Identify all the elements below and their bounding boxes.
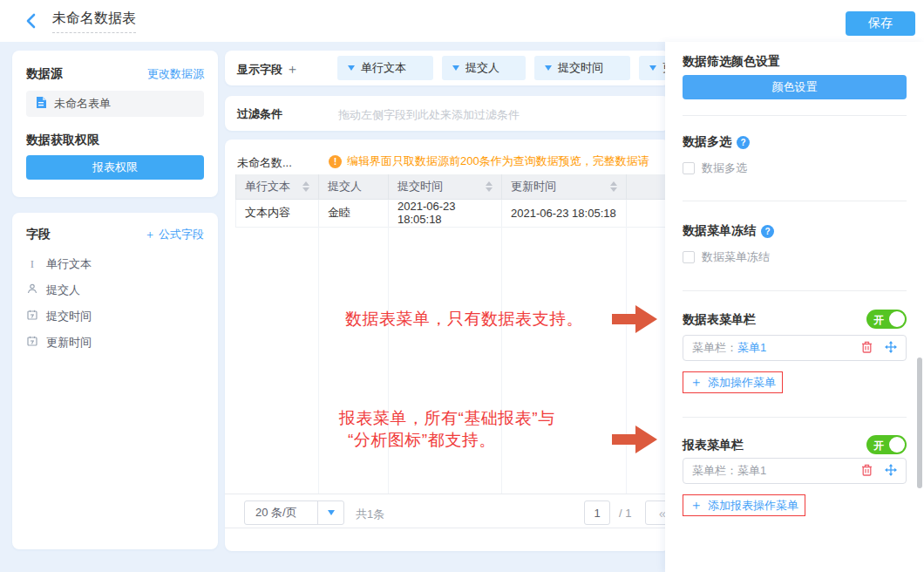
- change-datasource-link[interactable]: 更改数据源: [147, 66, 204, 82]
- table-menubar-title: 数据表菜单栏 开: [683, 312, 907, 328]
- chevron-down-icon: [348, 65, 355, 71]
- page-size-select[interactable]: 20 条/页: [244, 500, 344, 525]
- field-item-submit-time[interactable]: 提交时间: [26, 303, 204, 330]
- fields-title: 字段: [26, 227, 51, 242]
- calendar-icon: [26, 336, 38, 350]
- field-list: I 单行文本 提交人 提交时间 更新时间: [26, 251, 204, 356]
- checkbox-icon[interactable]: [683, 251, 695, 263]
- cell: 2021-06-23 18:05:18: [389, 199, 502, 227]
- pagination-bar: 20 条/页 共1条 / 1 «: [225, 494, 669, 528]
- display-field-chips: 单行文本 提交人 提交时间 更新时间: [337, 56, 669, 80]
- save-button[interactable]: 保存: [846, 11, 915, 36]
- color-settings-button[interactable]: 颜色设置: [683, 75, 907, 99]
- text-icon: I: [26, 257, 38, 271]
- scrollbar-thumb[interactable]: [917, 358, 922, 488]
- grid-line: [318, 227, 319, 494]
- sort-icon[interactable]: [302, 181, 309, 192]
- report-menubar-title: 报表菜单栏 开: [683, 438, 907, 453]
- settings-panel: 数据筛选颜色设置 颜色设置 数据多选 ? 数据多选 数据菜单冻结 ? 数据菜单冻…: [665, 42, 924, 572]
- fields-panel: 字段 ＋ 公式字段 I 单行文本 提交人 提交时间: [12, 213, 218, 549]
- trash-icon[interactable]: [861, 464, 873, 479]
- back-icon[interactable]: [23, 12, 40, 30]
- cell: 文本内容: [236, 199, 319, 227]
- preview-warning: ! 编辑界面只取数据源前200条作为查询数据预览，完整数据请: [329, 153, 669, 169]
- grid-line: [388, 227, 389, 494]
- menu-item[interactable]: 菜单栏：菜单1: [683, 335, 907, 361]
- page-number-input[interactable]: [584, 500, 610, 525]
- topbar: 未命名数据表 保存: [0, 0, 924, 42]
- annotation-report-menu: 报表菜单，所有“基础报表”与 “分析图标”都支持。: [339, 407, 555, 451]
- table-menubar-toggle[interactable]: 开: [866, 310, 907, 329]
- cell: 2021-06-23 18:05:18: [502, 199, 627, 227]
- sort-icon[interactable]: [486, 181, 493, 192]
- add-display-field-button[interactable]: ＋: [286, 61, 299, 76]
- menu-freeze-checkbox-row[interactable]: 数据菜单冻结: [683, 249, 907, 265]
- annotation-table-menu: 数据表菜单，只有数据表支持。: [345, 308, 583, 330]
- filter-dropzone[interactable]: 拖动左侧字段到此处来添加过滤条件: [338, 107, 520, 123]
- chip-submit-time[interactable]: 提交时间: [534, 56, 630, 80]
- report-designer: 未命名数据表 保存 数据源 更改数据源 未命名表单 数据获取权限 报表权限 字段…: [0, 0, 924, 572]
- warning-icon: !: [329, 155, 342, 168]
- display-fields-label: 显示字段 ＋: [237, 61, 299, 78]
- menu-item[interactable]: 菜单栏：菜单1: [683, 458, 907, 484]
- filter-label: 过滤条件: [237, 106, 282, 122]
- cell-empty: [627, 199, 670, 227]
- total-count: 共1条: [356, 507, 384, 522]
- chevron-down-icon: [545, 65, 552, 71]
- table-row[interactable]: 文本内容 金睦 2021-06-23 18:05:18 2021-06-23 1…: [236, 199, 670, 227]
- table-header-row: 单行文本 提交人 提交时间 更新时间: [236, 174, 670, 199]
- data-table: 单行文本 提交人 提交时间 更新时间 文本内容 金睦 2021-06-23 18…: [235, 174, 669, 228]
- field-item-update-time[interactable]: 更新时间: [26, 330, 204, 356]
- field-item-submitter[interactable]: 提交人: [26, 277, 204, 303]
- multi-select-title: 数据多选 ?: [683, 134, 907, 150]
- column-header[interactable]: 提交人: [319, 174, 389, 199]
- column-header[interactable]: 单行文本: [236, 174, 319, 199]
- datasource-item-label: 未命名表单: [54, 96, 111, 112]
- table-preview-panel: 未命名数... ! 编辑界面只取数据源前200条作为查询数据预览，完整数据请 单…: [225, 140, 669, 551]
- cell: 金睦: [319, 199, 389, 227]
- datasource-panel: 数据源 更改数据源 未命名表单 数据获取权限 报表权限: [12, 51, 218, 197]
- report-permission-button[interactable]: 报表权限: [26, 155, 204, 180]
- annotation-arrow-icon: [612, 426, 659, 453]
- column-header-empty: [627, 174, 670, 199]
- column-header[interactable]: 更新时间: [502, 174, 627, 199]
- page-title[interactable]: 未命名数据表: [52, 10, 136, 33]
- divider: [683, 201, 907, 201]
- filter-bar: 过滤条件 拖动左侧字段到此处来添加过滤条件: [225, 96, 669, 131]
- grid-line: [501, 227, 502, 494]
- multi-select-checkbox-row[interactable]: 数据多选: [683, 160, 907, 176]
- column-header[interactable]: 提交时间: [389, 174, 502, 199]
- move-icon[interactable]: [885, 464, 897, 479]
- chip-submitter[interactable]: 提交人: [442, 56, 526, 80]
- field-item-text[interactable]: I 单行文本: [26, 251, 204, 277]
- help-icon[interactable]: ?: [737, 136, 750, 149]
- chevron-down-icon: [452, 65, 459, 71]
- chevron-down-icon: [317, 501, 343, 524]
- color-settings-title: 数据筛选颜色设置: [683, 54, 907, 70]
- add-report-action-menu-link[interactable]: ＋添加报表操作菜单: [683, 494, 805, 516]
- grid-line: [626, 227, 627, 494]
- help-icon[interactable]: ?: [761, 225, 774, 238]
- total-pages: / 1: [619, 507, 631, 520]
- add-formula-field-link[interactable]: ＋ 公式字段: [144, 227, 204, 242]
- sort-icon[interactable]: [610, 181, 617, 192]
- divider: [683, 417, 907, 418]
- divider: [683, 290, 907, 291]
- user-icon: [26, 283, 38, 297]
- chevron-down-icon: [649, 65, 656, 71]
- checkbox-icon[interactable]: [683, 162, 695, 174]
- menu-freeze-title: 数据菜单冻结 ?: [683, 223, 907, 239]
- divider: [683, 115, 907, 116]
- datasource-title: 数据源: [26, 66, 63, 82]
- table-title: 未命名数...: [237, 155, 292, 171]
- display-fields-bar: 显示字段 ＋ 单行文本 提交人 提交时间 更新时间: [225, 51, 669, 85]
- move-icon[interactable]: [885, 341, 897, 356]
- permission-title: 数据获取权限: [26, 133, 99, 148]
- annotation-arrow-icon: [612, 305, 659, 333]
- datasource-item[interactable]: 未命名表单: [26, 91, 204, 117]
- chip-text[interactable]: 单行文本: [337, 56, 433, 80]
- trash-icon[interactable]: [861, 341, 873, 356]
- report-menubar-toggle[interactable]: 开: [866, 435, 907, 454]
- calendar-icon: [26, 310, 38, 323]
- add-action-menu-link[interactable]: ＋添加操作菜单: [683, 371, 783, 393]
